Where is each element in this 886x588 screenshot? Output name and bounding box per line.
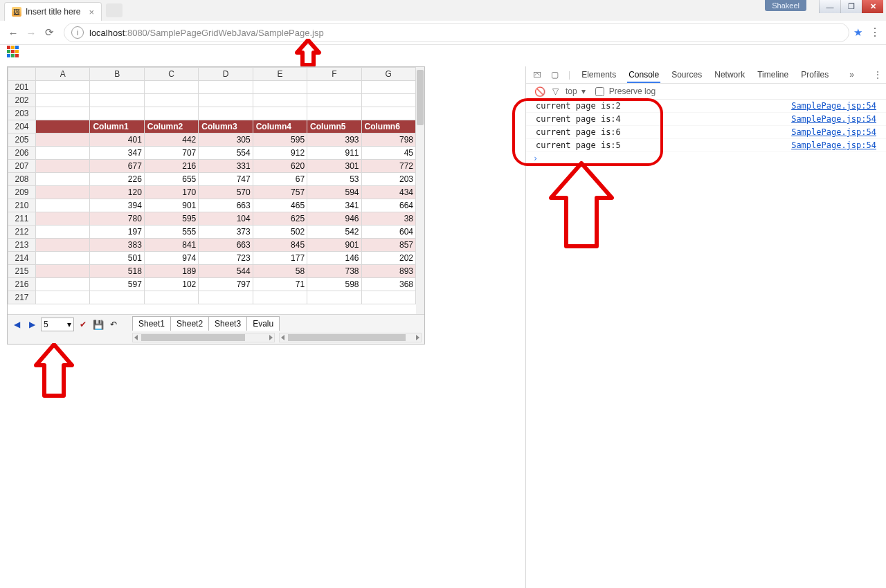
data-column-header[interactable]: Column3	[199, 120, 253, 134]
data-cell[interactable]: 901	[307, 239, 361, 252]
data-cell[interactable]: 594	[307, 186, 361, 199]
row-header[interactable]: 216	[8, 278, 36, 291]
data-cell[interactable]: 383	[90, 239, 144, 252]
data-cell[interactable]: 620	[253, 160, 307, 173]
data-cell[interactable]: 738	[307, 265, 361, 278]
row-header[interactable]: 205	[8, 134, 36, 147]
row-header[interactable]: 201	[8, 81, 36, 94]
chrome-menu-button[interactable]: ⋮	[869, 30, 880, 35]
data-cell[interactable]: 58	[253, 265, 307, 278]
data-cell[interactable]: 67	[253, 173, 307, 186]
data-cell[interactable]: 747	[199, 173, 253, 186]
row-header[interactable]: 212	[8, 226, 36, 239]
data-cell[interactable]: 570	[199, 186, 253, 199]
preserve-log-toggle[interactable]: Preserve log	[593, 85, 656, 98]
data-cell[interactable]: 625	[253, 212, 307, 226]
data-cell[interactable]: 757	[253, 186, 307, 199]
row-header[interactable]: 202	[8, 94, 36, 107]
devtools-tab[interactable]: Network	[713, 68, 746, 82]
data-cell[interactable]: 677	[90, 160, 144, 173]
data-column-header[interactable]: Column4	[253, 120, 307, 134]
data-cell[interactable]: 120	[90, 186, 144, 199]
data-cell[interactable]: 45	[361, 147, 415, 160]
row-header[interactable]: 207	[8, 160, 36, 173]
apps-shortcut-icon[interactable]	[7, 46, 19, 58]
site-info-icon[interactable]: i	[71, 26, 84, 39]
data-cell[interactable]: 798	[361, 134, 415, 147]
user-badge[interactable]: Shakeel	[765, 0, 806, 11]
data-cell[interactable]: 595	[144, 212, 198, 226]
data-cell[interactable]: 442	[144, 134, 198, 147]
console-source-link[interactable]: SamplePage.jsp:54	[791, 101, 876, 111]
data-cell[interactable]: 401	[90, 134, 144, 147]
data-cell[interactable]: 974	[144, 252, 198, 265]
devtools-tab[interactable]: Console	[627, 68, 660, 83]
row-header[interactable]: 204	[8, 120, 36, 134]
data-cell[interactable]: 368	[361, 278, 415, 291]
new-tab-button[interactable]	[106, 3, 123, 17]
row-header[interactable]: 209	[8, 186, 36, 199]
devtools-menu-icon[interactable]: ⋮	[874, 70, 882, 80]
data-cell[interactable]: 723	[199, 252, 253, 265]
tab-close-icon[interactable]: ×	[89, 7, 94, 17]
data-cell[interactable]: 663	[199, 239, 253, 252]
data-cell[interactable]: 170	[144, 186, 198, 199]
data-cell[interactable]: 38	[361, 212, 415, 226]
row-header[interactable]: 215	[8, 265, 36, 278]
devtools-tab[interactable]: Profiles	[799, 68, 830, 82]
console-source-link[interactable]: SamplePage.jsp:54	[791, 114, 876, 124]
console-prompt[interactable]: ›	[526, 152, 886, 165]
data-cell[interactable]: 71	[253, 278, 307, 291]
data-cell[interactable]: 301	[307, 160, 361, 173]
save-button[interactable]: 💾	[92, 318, 105, 331]
console-scope[interactable]: top ▾	[566, 86, 586, 96]
data-cell[interactable]: 393	[307, 134, 361, 147]
data-cell[interactable]: 554	[199, 147, 253, 160]
data-cell[interactable]: 347	[90, 147, 144, 160]
next-page-button[interactable]: ▶	[26, 318, 38, 331]
row-header[interactable]: 210	[8, 199, 36, 212]
data-cell[interactable]: 772	[361, 160, 415, 173]
column-header[interactable]: F	[307, 68, 361, 81]
column-header[interactable]: B	[90, 68, 144, 81]
page-select[interactable]: 5 ▾	[41, 318, 74, 331]
data-cell[interactable]: 604	[361, 226, 415, 239]
sheet-tab[interactable]: Sheet1	[132, 316, 171, 331]
submit-button[interactable]: ✔	[77, 318, 89, 331]
row-header[interactable]: 208	[8, 173, 36, 186]
vertical-scrollbar[interactable]	[416, 67, 424, 315]
data-cell[interactable]: 502	[253, 226, 307, 239]
data-cell[interactable]: 331	[199, 160, 253, 173]
console-source-link[interactable]: SamplePage.jsp:54	[791, 127, 876, 137]
data-column-header[interactable]: Column6	[361, 120, 415, 134]
device-toggle-icon[interactable]: ▢	[551, 70, 559, 80]
data-cell[interactable]: 104	[199, 212, 253, 226]
row-header[interactable]: 206	[8, 147, 36, 160]
row-header[interactable]: 214	[8, 252, 36, 265]
row-header[interactable]: 217	[8, 291, 36, 304]
data-cell[interactable]: 341	[307, 199, 361, 212]
data-cell[interactable]: 901	[144, 199, 198, 212]
data-column-header[interactable]: Column2	[144, 120, 198, 134]
bookmark-star-icon[interactable]: ★	[853, 26, 862, 39]
column-header[interactable]: D	[199, 68, 253, 81]
data-cell[interactable]: 555	[144, 226, 198, 239]
horizontal-scrollbar-left[interactable]	[132, 333, 275, 342]
devtools-tab[interactable]: Sources	[670, 68, 703, 82]
column-header[interactable]: G	[361, 68, 415, 81]
sheet-tab[interactable]: Sheet2	[171, 316, 209, 331]
data-cell[interactable]: 912	[253, 147, 307, 160]
data-cell[interactable]: 146	[307, 252, 361, 265]
data-cell[interactable]: 189	[144, 265, 198, 278]
undo-button[interactable]: ↶	[107, 318, 120, 331]
data-cell[interactable]: 707	[144, 147, 198, 160]
data-cell[interactable]: 841	[144, 239, 198, 252]
data-cell[interactable]: 598	[307, 278, 361, 291]
data-cell[interactable]: 542	[307, 226, 361, 239]
data-cell[interactable]: 102	[144, 278, 198, 291]
data-cell[interactable]: 216	[144, 160, 198, 173]
data-cell[interactable]: 53	[307, 173, 361, 186]
window-close-button[interactable]: ✕	[862, 0, 883, 13]
data-cell[interactable]: 857	[361, 239, 415, 252]
window-maximize-button[interactable]: ❐	[840, 0, 862, 13]
